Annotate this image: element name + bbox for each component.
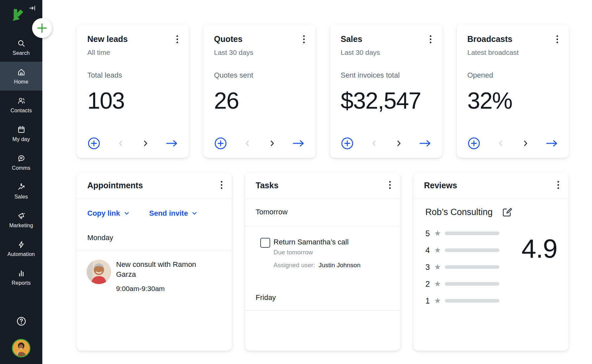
star-icon: ★ [434, 279, 442, 288]
card-sales: Sales Last 30 days Sent invoices total $… [330, 24, 442, 158]
card-broadcasts: Broadcasts Latest broadcast Opened 32% [457, 24, 569, 158]
task-checkbox[interactable] [260, 238, 270, 248]
sidebar-item-label: Marketing [9, 223, 33, 229]
card-reviews: Reviews Rob’s Consulting 5 ★ [413, 173, 569, 351]
star-icon: ★ [434, 296, 442, 305]
keap-logo [10, 8, 25, 23]
metric-value: 26 [214, 88, 305, 114]
next-page-button[interactable] [521, 139, 530, 148]
rating-row-label: 2 [425, 279, 431, 289]
sidebar-nav: Search Home Contacts My day [0, 33, 42, 292]
chevron-left-icon [116, 139, 125, 148]
sidebar-item-automation[interactable]: Automation [0, 234, 42, 263]
rating-bar [445, 282, 499, 286]
chevron-down-icon [191, 210, 198, 217]
tasks-day-header: Tomorrow [245, 199, 400, 226]
divider [245, 310, 400, 311]
appointment-item[interactable]: New consult with Ramon Garza 9:00am-9:30… [77, 251, 232, 293]
metric-label: Opened [467, 71, 558, 80]
chevron-right-icon [141, 139, 150, 148]
metric-value: 32% [467, 88, 558, 114]
add-record-button[interactable] [214, 137, 227, 150]
sidebar-item-label: Sales [14, 194, 28, 200]
sidebar-item-reports[interactable]: Reports [0, 263, 42, 292]
appointments-day-header: Monday [77, 234, 232, 251]
add-record-button[interactable] [467, 137, 481, 150]
prev-page-button[interactable] [496, 139, 505, 148]
kebab-menu-icon[interactable] [174, 34, 180, 46]
kebab-menu-icon[interactable] [554, 34, 560, 46]
kebab-menu-icon[interactable] [428, 34, 434, 46]
card-title: Quotes [214, 34, 242, 44]
card-tasks: Tasks Tomorrow Return Samantha’s call Du… [245, 173, 400, 351]
rating-histogram: 5 ★ 4 ★ 3 ★ 2 ★ [413, 225, 569, 309]
sidebar-item-home[interactable]: Home [0, 62, 42, 91]
appointment-title: New consult with Ramon Garza [116, 260, 205, 279]
copy-link-dropdown[interactable]: Copy link [87, 209, 130, 218]
go-to-report-button[interactable] [546, 139, 558, 148]
sidebar-item-label: Search [13, 50, 30, 56]
metrics-row: New leads All time Total leads 103 [77, 24, 592, 158]
help-icon[interactable] [16, 315, 27, 327]
arrow-right-icon [166, 139, 178, 148]
sidebar-item-label: Comms [12, 165, 30, 171]
card-title: Tasks [256, 181, 278, 190]
collapse-sidebar-icon[interactable] [28, 4, 37, 13]
task-due-date: Due tomorrow [274, 249, 360, 256]
chevron-right-icon [395, 139, 403, 148]
task-assigned-row: Assigned user: Justin Johnson [274, 262, 360, 269]
sidebar-item-sales[interactable]: Sales [0, 177, 42, 205]
chevron-down-icon [123, 210, 130, 217]
kebab-menu-icon[interactable] [301, 34, 307, 46]
circle-plus-icon [214, 137, 227, 150]
chevron-left-icon [496, 139, 505, 148]
prev-page-button[interactable] [116, 139, 125, 148]
next-page-button[interactable] [395, 139, 403, 148]
rating-row-label: 4 [425, 246, 431, 255]
prev-page-button[interactable] [370, 139, 378, 148]
metric-value: $32,547 [341, 88, 432, 114]
go-to-report-button[interactable] [166, 139, 178, 148]
plus-icon [37, 23, 47, 33]
sidebar-item-label: Reports [12, 280, 30, 286]
sales-trend-icon [17, 183, 26, 192]
user-avatar[interactable] [12, 339, 30, 357]
edit-business-button[interactable] [501, 206, 513, 218]
kebab-menu-icon[interactable] [219, 180, 225, 191]
sidebar-item-my-day[interactable]: My day [0, 119, 42, 148]
chevron-right-icon [521, 139, 530, 148]
rating-bar [445, 232, 499, 235]
card-subtitle: All time [87, 49, 178, 56]
search-icon [17, 39, 26, 48]
card-title: Sales [341, 34, 362, 44]
go-to-report-button[interactable] [292, 139, 305, 148]
lightning-icon [17, 240, 26, 249]
add-record-button[interactable] [341, 137, 354, 150]
sidebar-item-search[interactable]: Search [0, 33, 42, 62]
add-button[interactable] [32, 18, 52, 38]
kebab-menu-icon[interactable] [555, 180, 561, 191]
go-to-report-button[interactable] [419, 139, 432, 148]
prev-page-button[interactable] [243, 139, 252, 148]
sidebar-item-comms[interactable]: Comms [0, 148, 42, 177]
sidebar-item-contacts[interactable]: Contacts [0, 91, 42, 119]
bar-chart-icon [17, 269, 26, 278]
rating-row: 1 ★ [425, 292, 569, 309]
card-quotes: Quotes Last 30 days Quotes sent 26 [203, 24, 316, 158]
sidebar-item-label: Automation [8, 251, 35, 257]
rating-bar [445, 248, 499, 252]
card-new-leads: New leads All time Total leads 103 [77, 24, 189, 158]
next-page-button[interactable] [268, 139, 276, 148]
chevron-right-icon [268, 139, 276, 148]
sidebar-item-marketing[interactable]: Marketing [0, 205, 42, 234]
card-subtitle: Last 30 days [341, 49, 432, 56]
kebab-menu-icon[interactable] [387, 180, 393, 191]
add-record-button[interactable] [87, 137, 101, 150]
edit-icon [501, 206, 513, 218]
send-invite-dropdown[interactable]: Send invite [149, 209, 198, 218]
chevron-left-icon [243, 139, 252, 148]
next-page-button[interactable] [141, 139, 150, 148]
metric-value: 103 [87, 88, 178, 114]
card-title: Broadcasts [467, 34, 512, 44]
arrow-right-icon [292, 139, 305, 148]
